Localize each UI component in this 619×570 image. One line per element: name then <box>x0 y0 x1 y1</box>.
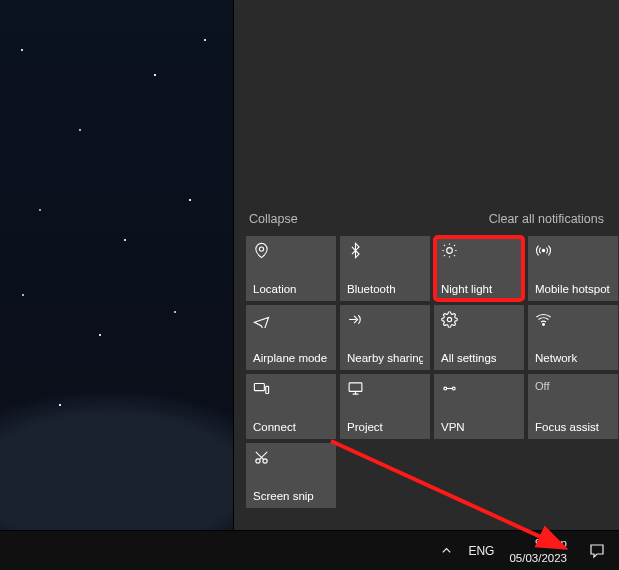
tile-vpn[interactable]: VPN <box>434 374 524 439</box>
tile-screen-snip[interactable]: Screen snip <box>246 443 336 508</box>
svg-point-1 <box>447 248 453 254</box>
tile-label: Mobile hotspot <box>535 283 611 295</box>
tile-label: Airplane mode <box>253 352 329 364</box>
action-center-header: Collapse Clear all notifications <box>234 212 619 236</box>
clock-button[interactable]: 9:45 p 05/03/2023 <box>501 531 575 570</box>
tray-overflow-button[interactable] <box>432 531 461 570</box>
notification-icon <box>588 542 606 560</box>
connect-icon <box>253 380 329 398</box>
tile-network[interactable]: Network <box>528 305 618 370</box>
tile-project[interactable]: Project <box>340 374 430 439</box>
tile-label: VPN <box>441 421 517 433</box>
clock-date: 05/03/2023 <box>509 551 567 565</box>
tile-airplane-mode[interactable]: Airplane mode <box>246 305 336 370</box>
tile-label: Location <box>253 283 329 295</box>
ime-indicator[interactable]: ENG <box>461 531 501 570</box>
svg-rect-6 <box>266 386 269 393</box>
svg-point-4 <box>543 324 545 326</box>
tile-night-light[interactable]: Night light <box>434 236 524 301</box>
location-icon <box>253 242 329 260</box>
mobile-hotspot-icon <box>535 242 611 260</box>
tile-label: Nearby sharing <box>347 352 423 364</box>
screen-snip-icon <box>253 449 329 467</box>
tile-label: Focus assist <box>535 421 611 433</box>
svg-rect-5 <box>254 384 264 391</box>
tile-label: Connect <box>253 421 329 433</box>
action-center-panel: Collapse Clear all notifications Locatio… <box>234 0 619 530</box>
tile-mobile-hotspot[interactable]: Mobile hotspot <box>528 236 618 301</box>
wifi-icon <box>535 311 611 329</box>
tile-label: Night light <box>441 283 517 295</box>
svg-point-3 <box>447 317 451 321</box>
tile-label: All settings <box>441 352 517 364</box>
nearby-sharing-icon <box>347 311 423 329</box>
tile-nearby-sharing[interactable]: Nearby sharing <box>340 305 430 370</box>
taskbar: ENG 9:45 p 05/03/2023 <box>0 530 619 570</box>
tile-bluetooth[interactable]: Bluetooth <box>340 236 430 301</box>
tile-connect[interactable]: Connect <box>246 374 336 439</box>
tile-label: Screen snip <box>253 490 329 502</box>
gear-icon <box>441 311 517 329</box>
airplane-icon <box>253 311 329 329</box>
collapse-button[interactable]: Collapse <box>249 212 298 226</box>
night-light-icon <box>441 242 517 260</box>
project-icon <box>347 380 423 398</box>
svg-point-8 <box>444 387 447 390</box>
svg-point-9 <box>452 387 455 390</box>
bluetooth-icon <box>347 242 423 260</box>
tile-all-settings[interactable]: All settings <box>434 305 524 370</box>
clock-time: 9:45 p <box>535 536 567 550</box>
tile-label: Project <box>347 421 423 433</box>
tile-focus-assist[interactable]: Off Focus assist <box>528 374 618 439</box>
tile-location[interactable]: Location <box>246 236 336 301</box>
clear-all-notifications-button[interactable]: Clear all notifications <box>489 212 604 226</box>
vpn-icon <box>441 380 517 398</box>
ime-label: ENG <box>468 544 494 558</box>
svg-point-2 <box>542 249 544 251</box>
tile-state: Off <box>535 380 611 392</box>
notifications-empty-area <box>234 0 619 212</box>
action-center-button[interactable] <box>575 531 619 570</box>
tile-label: Network <box>535 352 611 364</box>
quick-action-tiles: Location Bluetooth Night light Mobile ho… <box>234 236 619 530</box>
svg-point-0 <box>259 247 263 251</box>
svg-rect-7 <box>349 383 362 392</box>
tile-label: Bluetooth <box>347 283 423 295</box>
